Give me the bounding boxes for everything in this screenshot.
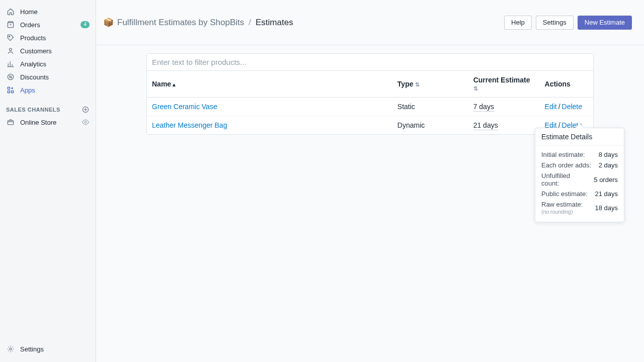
table-row: Green Ceramic Vase Static 7 days Edit/De… — [147, 98, 593, 116]
popover-label: Each order adds: — [541, 161, 591, 169]
product-link[interactable]: Leather Messenger Bag — [152, 121, 227, 129]
popover-sublabel: (no rounding) — [541, 209, 583, 215]
online-store-icon — [6, 118, 15, 127]
nav-home[interactable]: Home — [0, 5, 96, 18]
breadcrumb: 📦 Fulfillment Estimates by ShopBits / Es… — [103, 17, 293, 28]
popover-row: Public estimate: 21 days — [541, 189, 618, 199]
new-estimate-button[interactable]: New Estimate — [578, 16, 632, 30]
action-separator: / — [558, 103, 560, 111]
popover-row: Initial estimate: 8 days — [541, 149, 618, 160]
nav-online-store[interactable]: Online Store — [0, 116, 96, 129]
nav-analytics[interactable]: Analytics — [0, 57, 96, 70]
delete-action[interactable]: Delete — [562, 103, 582, 111]
svg-point-1 — [9, 36, 10, 37]
svg-rect-10 — [8, 121, 13, 125]
svg-rect-6 — [8, 87, 10, 89]
main: 📦 Fulfillment Estimates by ShopBits / Es… — [96, 0, 644, 362]
nav-orders[interactable]: Orders 4 — [0, 18, 96, 31]
nav-customers[interactable]: Customers — [0, 44, 96, 57]
popover-title: Estimate Details — [535, 128, 624, 146]
popover-value: 2 days — [599, 161, 618, 169]
sidebar: Home Orders 4 Products Customers — [0, 0, 96, 362]
svg-rect-7 — [8, 91, 10, 93]
heading-label: SALES CHANNELS — [6, 107, 60, 113]
popover-row: Unfulfilled count: 5 orders — [541, 170, 618, 189]
estimate-value[interactable]: 21 days — [473, 121, 498, 130]
product-link[interactable]: Green Ceramic Vase — [152, 103, 217, 111]
svg-rect-0 — [8, 23, 13, 28]
nav-label: Orders — [20, 21, 40, 29]
breadcrumb-app[interactable]: Fulfillment Estimates by ShopBits — [117, 18, 244, 28]
nav-label: Analytics — [20, 60, 46, 68]
nav-label: Apps — [20, 86, 35, 94]
discounts-icon — [6, 72, 15, 81]
app-logo-icon: 📦 — [103, 17, 114, 28]
orders-icon — [6, 20, 15, 29]
popover-label: Unfulfilled count: — [541, 172, 589, 187]
col-header-estimate[interactable]: Current Estimate — [468, 71, 540, 98]
svg-point-4 — [10, 76, 10, 76]
svg-point-12 — [10, 348, 12, 350]
orders-badge: 4 — [80, 21, 90, 28]
help-button[interactable]: Help — [504, 16, 532, 30]
popover-label: Raw estimate: (no rounding) — [541, 201, 583, 215]
estimate-details-popover: Estimate Details Initial estimate: 8 day… — [535, 128, 624, 222]
sales-channels-heading: SALES CHANNELS — [0, 97, 96, 116]
svg-point-5 — [11, 77, 12, 78]
settings-icon — [6, 344, 15, 353]
popover-label: Initial estimate: — [541, 151, 585, 158]
nav-apps[interactable]: Apps — [0, 83, 96, 97]
nav-footer: Settings — [0, 342, 96, 356]
nav-label: Discounts — [20, 73, 49, 81]
svg-point-2 — [10, 48, 12, 51]
popover-value: 18 days — [595, 204, 618, 212]
content: Name Type Current Estimate Actions Green… — [96, 45, 644, 135]
popover-row: Each order adds: 2 days — [541, 160, 618, 170]
edit-action[interactable]: Edit — [545, 103, 557, 111]
nav-discounts[interactable]: Discounts — [0, 70, 96, 83]
nav-label: Home — [20, 8, 38, 16]
popover-label-text: Raw estimate: — [541, 201, 583, 208]
nav-label: Online Store — [20, 119, 56, 126]
col-header-actions: Actions — [540, 71, 593, 98]
view-store-icon[interactable] — [82, 118, 90, 126]
nav-label: Customers — [20, 47, 52, 55]
popover-value: 5 orders — [594, 176, 618, 184]
customers-icon — [6, 46, 15, 55]
breadcrumb-separator: / — [249, 18, 251, 28]
popover-label: Public estimate: — [541, 190, 588, 198]
popover-value: 21 days — [595, 190, 618, 198]
type-cell: Dynamic — [392, 116, 468, 135]
nav-primary: Home Orders 4 Products Customers — [0, 0, 96, 97]
nav-label: Settings — [20, 345, 44, 353]
popover-row: Raw estimate: (no rounding) 18 days — [541, 199, 618, 216]
estimates-card: Name Type Current Estimate Actions Green… — [146, 53, 594, 135]
popover-value: 8 days — [599, 151, 618, 158]
nav-products[interactable]: Products — [0, 31, 96, 44]
col-header-type[interactable]: Type — [392, 71, 468, 98]
svg-point-11 — [85, 121, 87, 123]
estimates-table: Name Type Current Estimate Actions Green… — [147, 71, 593, 134]
topbar: 📦 Fulfillment Estimates by ShopBits / Es… — [96, 0, 644, 45]
svg-rect-8 — [12, 91, 14, 93]
add-channel-icon[interactable] — [82, 106, 90, 114]
products-icon — [6, 33, 15, 42]
type-cell: Static — [392, 98, 468, 116]
table-header-row: Name Type Current Estimate Actions — [147, 71, 593, 98]
breadcrumb-page: Estimates — [256, 18, 293, 28]
nav-settings[interactable]: Settings — [0, 342, 96, 356]
analytics-icon — [6, 59, 15, 68]
estimate-value[interactable]: 7 days — [473, 103, 494, 112]
apps-icon — [6, 85, 15, 95]
settings-button[interactable]: Settings — [536, 16, 574, 30]
nav-label: Products — [20, 34, 46, 42]
home-icon — [6, 7, 15, 16]
col-header-name[interactable]: Name — [147, 71, 392, 98]
popover-body: Initial estimate: 8 days Each order adds… — [535, 146, 624, 222]
filter-input[interactable] — [147, 54, 593, 71]
table-row: Leather Messenger Bag Dynamic 21 days Ed… — [147, 116, 593, 135]
